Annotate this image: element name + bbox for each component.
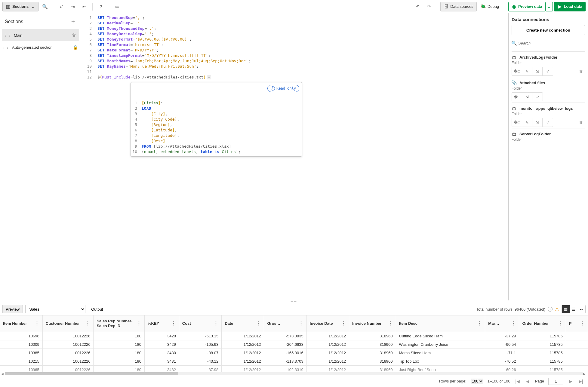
delete-connection-button[interactable]: 🗑: [577, 120, 585, 125]
connection-edit-button[interactable]: ✎: [522, 67, 532, 75]
connection-view-button[interactable]: ⤢: [543, 67, 553, 75]
view-list-button[interactable]: ☰: [570, 305, 577, 313]
column-header[interactable]: Order Number⋮: [519, 315, 566, 332]
view-table-button[interactable]: ▦: [562, 305, 570, 313]
table-cell: 1/12/2012: [306, 340, 349, 349]
horizontal-splitter[interactable]: ══: [0, 300, 588, 303]
comment-toggle-button[interactable]: //: [56, 2, 66, 11]
column-header[interactable]: Customer Number⋮: [42, 315, 94, 332]
connection-select-button[interactable]: �□: [512, 93, 522, 101]
preview-tab-button[interactable]: Preview: [2, 305, 23, 313]
column-menu-icon[interactable]: ⋮: [511, 321, 516, 326]
load-data-button[interactable]: ▶ Load data: [554, 2, 586, 11]
section-item-main[interactable]: ⋮⋮ Main 🗑: [2, 29, 79, 41]
connection-search-input[interactable]: [518, 41, 585, 45]
column-menu-icon[interactable]: ⋮: [35, 321, 39, 326]
column-menu-icon[interactable]: ⋮: [580, 321, 585, 326]
connection-insert-button[interactable]: ⇲: [532, 67, 543, 75]
drag-handle-icon[interactable]: ⋮⋮: [2, 45, 9, 50]
view-grid-button[interactable]: ▪▪: [577, 305, 585, 313]
page-range-label: 1–100 of 100: [488, 379, 510, 383]
separator: [53, 3, 53, 11]
pager: ◀▶ Rows per page: 100 1–100 of 100 |◀ ◀ …: [0, 375, 588, 387]
column-header[interactable]: Date⋮: [222, 315, 264, 332]
data-sources-button[interactable]: 🗄 Data sources: [440, 2, 477, 11]
column-header[interactable]: Invoice Date⋮: [306, 315, 349, 332]
column-menu-icon[interactable]: ⋮: [477, 321, 482, 326]
undo-button[interactable]: ↶: [412, 2, 423, 11]
table-row[interactable]: 10215100122261803431-43.121/12/2012-118.…: [0, 357, 588, 365]
delete-icon[interactable]: 🗑: [72, 33, 76, 38]
connection-insert-button[interactable]: ⇲: [532, 118, 543, 127]
indent-button[interactable]: ⇥: [68, 2, 78, 11]
preview-data-dropdown[interactable]: ⌄: [546, 2, 553, 11]
page-input[interactable]: [548, 378, 563, 385]
table-select[interactable]: Sales: [25, 305, 85, 313]
output-tab-button[interactable]: Output: [88, 305, 106, 313]
connection-edit-button[interactable]: ✎: [522, 118, 532, 127]
redo-button[interactable]: ↷: [424, 2, 434, 11]
warning-icon[interactable]: ⚠: [555, 306, 559, 312]
column-header[interactable]: Sales Rep Number-Sales Rep ID⋮: [94, 315, 145, 332]
next-page-button[interactable]: ▶: [568, 379, 574, 384]
column-menu-icon[interactable]: ⋮: [256, 321, 261, 326]
connection-search[interactable]: 🔍: [512, 38, 585, 48]
table-row[interactable]: 10009100122261803429-105.931/12/2012-204…: [0, 340, 588, 349]
connection-view-button[interactable]: ⤢: [532, 93, 543, 101]
info-icon[interactable]: i: [548, 307, 553, 312]
delete-connection-button[interactable]: 🗑: [577, 69, 585, 74]
column-header[interactable]: Mar…⋮: [485, 315, 519, 332]
table-cell: 180: [94, 349, 145, 357]
page-label: Page: [535, 379, 544, 383]
last-page-button[interactable]: ▶|: [578, 379, 584, 384]
sections-toggle-button[interactable]: ▥ Sections ⌄: [2, 2, 38, 11]
table-cell: -513.15: [179, 332, 221, 340]
help-button[interactable]: ?: [96, 2, 106, 11]
preview-data-label: Preview data: [518, 4, 542, 9]
horizontal-scrollbar[interactable]: ◀▶: [1, 372, 587, 375]
first-page-button[interactable]: |◀: [515, 379, 521, 384]
outdent-icon: ⇤: [82, 4, 87, 9]
column-header[interactable]: Cost⋮: [179, 315, 221, 332]
rows-per-page-select[interactable]: 100: [471, 379, 483, 384]
sections-title: Sections: [5, 19, 23, 24]
column-header[interactable]: Gros…⋮: [264, 315, 306, 332]
table-row[interactable]: 10385100122261803430-88.071/12/2012-165.…: [0, 349, 588, 357]
separator: [109, 3, 109, 11]
connection-select-button[interactable]: �□: [512, 67, 522, 75]
preview-table-wrap[interactable]: Item Number⋮Customer Number⋮Sales Rep Nu…: [0, 315, 588, 375]
column-header[interactable]: %KEY⋮: [144, 315, 179, 332]
column-header[interactable]: Item Desc⋮: [396, 315, 485, 332]
column-menu-icon[interactable]: ⋮: [214, 321, 218, 326]
column-menu-icon[interactable]: ⋮: [171, 321, 176, 326]
connection-select-button[interactable]: �□: [512, 118, 522, 127]
column-header[interactable]: P⋮: [566, 315, 588, 332]
drag-handle-icon[interactable]: ⋮⋮: [4, 33, 11, 38]
column-menu-icon[interactable]: ⋮: [85, 321, 90, 326]
column-header[interactable]: Item Number⋮: [0, 315, 42, 332]
prev-page-button[interactable]: ◀: [525, 379, 531, 384]
section-item-auto-generated-section[interactable]: ⋮⋮ Auto-generated section 🔒: [0, 41, 81, 53]
connection-insert-button[interactable]: ⇲: [522, 93, 532, 101]
editor-code[interactable]: SET ThousandSep=','; SET DecimalSep='.';…: [95, 13, 508, 300]
lock-icon: 🔒: [73, 45, 78, 50]
insert-button[interactable]: ▭: [112, 2, 122, 11]
create-connection-button[interactable]: Create new connection: [512, 25, 585, 35]
preview-data-button[interactable]: ◉ Preview data: [508, 2, 546, 11]
preview-area: Preview Sales Output Total number of row…: [0, 303, 588, 387]
debug-button[interactable]: 🪲 Debug: [478, 2, 502, 11]
bug-icon: 🪲: [481, 4, 486, 9]
add-section-button[interactable]: ＋: [70, 17, 76, 26]
script-editor[interactable]: 123456789101112 SET ThousandSep=','; SET…: [81, 13, 508, 300]
table-row[interactable]: 10696100122261803428-513.151/12/2012-573…: [0, 332, 588, 340]
column-menu-icon[interactable]: ⋮: [388, 321, 393, 326]
connection-actions: �□⇲⤢: [512, 92, 543, 101]
search-button[interactable]: 🔍: [40, 2, 50, 11]
column-menu-icon[interactable]: ⋮: [341, 321, 346, 326]
connection-view-button[interactable]: ⤢: [543, 118, 553, 127]
column-menu-icon[interactable]: ⋮: [558, 321, 563, 326]
outdent-button[interactable]: ⇤: [79, 2, 89, 11]
column-header[interactable]: Invoice Number⋮: [349, 315, 396, 332]
column-menu-icon[interactable]: ⋮: [137, 321, 141, 326]
column-menu-icon[interactable]: ⋮: [299, 321, 303, 326]
